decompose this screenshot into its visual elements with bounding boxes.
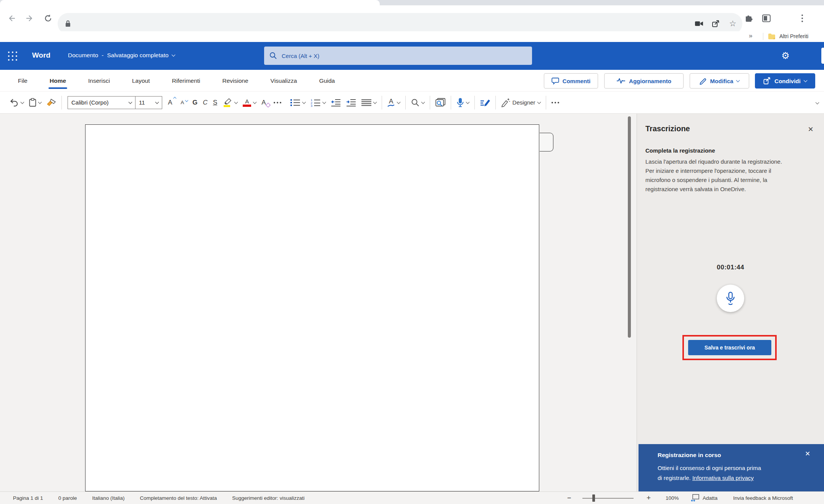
- account-avatar-partial[interactable]: [821, 48, 824, 64]
- tab-visualizza[interactable]: Visualizza: [260, 70, 308, 92]
- comments-label: Commenti: [563, 78, 590, 84]
- language-indicator[interactable]: Italiano (Italia): [92, 495, 125, 501]
- chevron-down-icon: [171, 53, 175, 57]
- reload-icon[interactable]: [42, 12, 54, 24]
- increase-indent-button[interactable]: [343, 97, 359, 109]
- designer-button[interactable]: Designer: [498, 96, 543, 109]
- format-painter-icon: [47, 98, 56, 107]
- alignment-button[interactable]: [359, 97, 379, 108]
- formatting-toolbar: Calibri (Corpo) 11 A A G C S A: [0, 92, 824, 114]
- bookmarks-folder-label[interactable]: Altri Preferiti: [779, 33, 808, 39]
- find-button[interactable]: [408, 96, 427, 109]
- vertical-scrollbar[interactable]: [628, 116, 631, 338]
- toolbar-divider: [546, 96, 546, 109]
- clear-formatting-icon: A: [261, 99, 266, 106]
- font-name-select[interactable]: Calibri (Corpo): [68, 97, 135, 109]
- toast-body: Ottieni il consenso di ogni persona prim…: [658, 463, 761, 483]
- pause-record-button[interactable]: [717, 285, 744, 312]
- transcription-panel: Trascrizione ✕ Completa la registrazione…: [637, 114, 824, 491]
- zoom-slider-track[interactable]: [582, 498, 634, 499]
- close-icon[interactable]: ✕: [803, 449, 813, 459]
- gear-icon[interactable]: ⚙: [779, 49, 792, 63]
- fit-width-icon: [691, 492, 700, 504]
- chevron-down-icon: [373, 100, 377, 104]
- italic-button[interactable]: C: [200, 97, 210, 108]
- more-font-options-button[interactable]: [271, 100, 284, 106]
- tab-home[interactable]: Home: [39, 70, 77, 92]
- save-and-transcribe-button[interactable]: Salva e trascrivi ora: [688, 340, 771, 355]
- clear-formatting-button[interactable]: A: [259, 97, 268, 108]
- tab-guida[interactable]: Guida: [308, 70, 346, 92]
- editor-button[interactable]: [477, 96, 493, 109]
- paste-button[interactable]: [26, 96, 44, 109]
- font-controls: Calibri (Corpo) 11: [68, 96, 162, 109]
- toolbar-divider: [451, 96, 451, 109]
- share-button[interactable]: Condividi: [755, 73, 815, 89]
- dictate-button[interactable]: [454, 95, 472, 110]
- document-page[interactable]: [85, 124, 539, 491]
- forward-icon[interactable]: [24, 12, 36, 24]
- zoom-slider-handle[interactable]: [592, 494, 595, 502]
- ellipsis-icon: [551, 102, 559, 103]
- app-name[interactable]: Word: [32, 51, 50, 60]
- share-icon[interactable]: [710, 18, 722, 29]
- word-count[interactable]: 0 parole: [58, 495, 77, 501]
- extensions-icon[interactable]: [743, 12, 755, 24]
- undo-button[interactable]: [7, 96, 26, 109]
- comment-anchor-tab[interactable]: [540, 133, 553, 151]
- toast-title: Registrazione in corso: [658, 452, 721, 459]
- font-size-value: 11: [139, 99, 145, 106]
- immersive-reader-button[interactable]: [433, 96, 448, 109]
- page-count[interactable]: Pagina 1 di 1: [13, 495, 43, 501]
- zoom-level[interactable]: 100%: [666, 492, 679, 504]
- format-painter-button[interactable]: [44, 96, 59, 109]
- search-input[interactable]: [282, 53, 527, 59]
- bullet-list-button[interactable]: [288, 96, 308, 109]
- highlight-button[interactable]: [220, 95, 240, 109]
- catch-up-button[interactable]: Aggiornamento: [604, 73, 684, 89]
- document-title[interactable]: Documento - Salvataggio completato: [68, 52, 175, 59]
- word-header: Word Documento - Salvataggio completato …: [0, 42, 824, 70]
- fit-width-button[interactable]: Adatta: [703, 492, 718, 504]
- chevron-down-icon: [38, 100, 42, 104]
- comments-button[interactable]: Commenti: [544, 73, 598, 89]
- side-panel-icon[interactable]: [760, 12, 772, 24]
- back-icon[interactable]: [5, 12, 18, 24]
- shrink-font-button[interactable]: A: [178, 97, 190, 108]
- privacy-link[interactable]: Informativa sulla privacy: [692, 475, 754, 481]
- url-input[interactable]: [74, 21, 693, 27]
- numbered-list-button[interactable]: 1 2 3: [308, 96, 328, 109]
- tab-file[interactable]: File: [7, 70, 39, 92]
- text-completion-status[interactable]: Completamento del testo: Attivata: [140, 495, 217, 501]
- tab-revisione[interactable]: Revisione: [211, 70, 260, 92]
- browser-active-tab[interactable]: [0, 0, 380, 5]
- underline-button[interactable]: S: [210, 97, 220, 108]
- camera-icon[interactable]: [693, 18, 705, 29]
- decrease-indent-icon: [331, 99, 341, 106]
- editor-suggestions-status[interactable]: Suggerimenti editor: visualizzati: [232, 495, 305, 501]
- feedback-link[interactable]: Invia feedback a Microsoft: [733, 492, 793, 504]
- styles-button[interactable]: A: [385, 96, 403, 109]
- word-search-box[interactable]: [264, 47, 532, 65]
- zoom-out-button[interactable]: −: [567, 492, 571, 504]
- tab-layout[interactable]: Layout: [121, 70, 161, 92]
- editing-mode-button[interactable]: Modifica: [690, 73, 749, 89]
- close-icon[interactable]: ✕: [806, 124, 816, 134]
- font-size-select[interactable]: 11: [135, 97, 162, 109]
- grow-font-button[interactable]: A: [165, 97, 178, 109]
- chevron-down-icon: [421, 100, 425, 104]
- toolbar-divider: [61, 96, 62, 109]
- tab-riferimenti[interactable]: Riferimenti: [161, 70, 211, 92]
- font-color-button[interactable]: A: [240, 96, 259, 109]
- bookmark-star-icon[interactable]: ☆: [727, 18, 739, 29]
- chevron-down-icon: [397, 100, 400, 104]
- app-launcher-icon[interactable]: [7, 51, 18, 61]
- browser-menu-icon[interactable]: [796, 12, 808, 24]
- more-toolbar-button[interactable]: [549, 100, 562, 106]
- tab-inserisci[interactable]: Inserisci: [77, 70, 121, 92]
- bold-button[interactable]: G: [190, 97, 200, 108]
- decrease-indent-button[interactable]: [328, 97, 343, 109]
- bookmarks-overflow-icon[interactable]: »: [749, 32, 752, 40]
- zoom-in-button[interactable]: +: [647, 492, 651, 504]
- chevron-down-icon: [803, 79, 807, 82]
